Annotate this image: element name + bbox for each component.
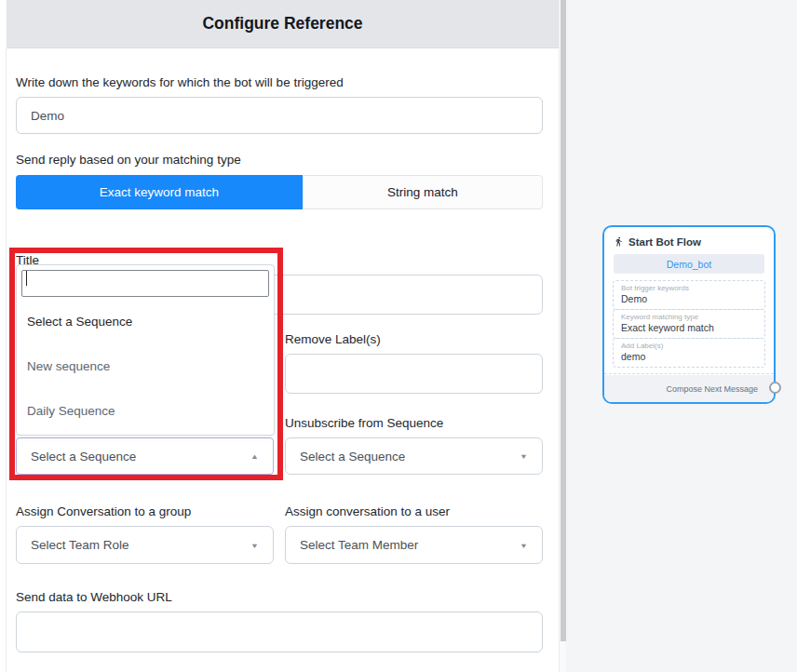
flow-card-fields: Bot trigger keywords Demo Keyword matchi… [613, 280, 765, 368]
webhook-label: Send data to Webhook URL [16, 590, 543, 605]
page-title: Configure Reference [202, 14, 362, 34]
subscribe-sequence-select-value: Select a Sequence [31, 450, 136, 464]
flow-field-value: demo [621, 351, 757, 363]
flow-field-value: Demo [621, 293, 757, 305]
assign-group-label: Assign Conversation to a group [16, 504, 274, 519]
sequence-option[interactable]: Select a Sequence [17, 299, 274, 343]
sequence-option[interactable]: Daily Sequence [17, 388, 274, 433]
walking-person-icon [614, 235, 624, 248]
text-cursor [26, 271, 27, 286]
sequence-options-list: Select a Sequence New sequence Daily Seq… [17, 299, 274, 433]
assign-user-select[interactable]: Select Team Member ▼ [285, 526, 543, 564]
sequence-search-input[interactable] [21, 270, 269, 297]
unsubscribe-sequence-select-value: Select a Sequence [300, 450, 405, 464]
keywords-label: Write down the keywords for which the bo… [16, 75, 543, 90]
subscribe-sequence-select[interactable]: Select a Sequence ▲ [16, 437, 274, 475]
matching-type-label: Send reply based on your matching type [16, 153, 543, 168]
flow-field-value: Exact keyword match [621, 322, 757, 334]
tab-string-match[interactable]: String match [303, 175, 543, 209]
assign-user-label: Assign conversation to a user [285, 504, 543, 519]
matching-type-tabs: Exact keyword match String match [16, 175, 543, 209]
flow-card-field: Keyword matching type Exact keyword matc… [613, 309, 765, 339]
keywords-input[interactable] [16, 97, 543, 134]
screen: Configure Reference Write down the keywo… [0, 0, 797, 672]
dialog-header: Configure Reference [7, 0, 559, 48]
tab-exact-keyword-match[interactable]: Exact keyword match [16, 175, 303, 209]
assign-row-left-cell: Assign Conversation to a group Select Te… [16, 504, 274, 564]
pane-divider-line [6, 48, 7, 672]
bot-name-button[interactable]: Demo_bot [614, 254, 764, 274]
flow-card-field: Bot trigger keywords Demo [613, 280, 765, 310]
flow-field-label: Add Label(s) [621, 342, 757, 351]
flow-field-label: Keyword matching type [621, 313, 757, 322]
labels-row-right-cell: Remove Label(s) [285, 332, 543, 394]
flow-card-title: Start Bot Flow [628, 236, 701, 248]
caret-down-icon: ▼ [520, 452, 528, 461]
sequence-dropdown-panel: Select a Sequence New sequence Daily Seq… [16, 264, 275, 436]
sequence-option[interactable]: New sequence [17, 343, 274, 388]
webhook-input[interactable] [16, 612, 543, 652]
caret-up-icon: ▲ [250, 452, 259, 461]
assign-group-select-value: Select Team Role [31, 538, 129, 552]
flow-connector-handle[interactable] [769, 382, 781, 394]
scrollbar[interactable] [559, 0, 566, 672]
unsubscribe-sequence-select[interactable]: Select a Sequence ▼ [285, 437, 543, 475]
flow-canvas: Start Bot Flow Demo_bot Bot trigger keyw… [566, 0, 797, 672]
caret-down-icon: ▼ [520, 541, 528, 549]
assign-user-select-value: Select Team Member [300, 538, 418, 552]
unsubscribe-label: Unsubscribe from Sequence [285, 416, 543, 431]
assign-group-select[interactable]: Select Team Role ▼ [16, 526, 274, 564]
compose-next-message-label: Compose Next Message [604, 375, 774, 402]
sequence-row-right-cell: Unsubscribe from Sequence Select a Seque… [285, 416, 543, 475]
remove-labels-label: Remove Label(s) [285, 332, 543, 347]
flow-card-field: Add Label(s) demo [613, 338, 765, 368]
start-bot-flow-card[interactable]: Start Bot Flow Demo_bot Bot trigger keyw… [602, 225, 776, 404]
flow-card-separator [604, 373, 774, 374]
flow-card-header: Start Bot Flow [604, 227, 774, 253]
flow-field-label: Bot trigger keywords [621, 284, 757, 293]
assign-row: Assign Conversation to a group Select Te… [16, 504, 543, 564]
remove-labels-input[interactable] [285, 354, 543, 394]
assign-row-right-cell: Assign conversation to a user Select Tea… [285, 504, 543, 564]
caret-down-icon: ▼ [250, 541, 259, 549]
